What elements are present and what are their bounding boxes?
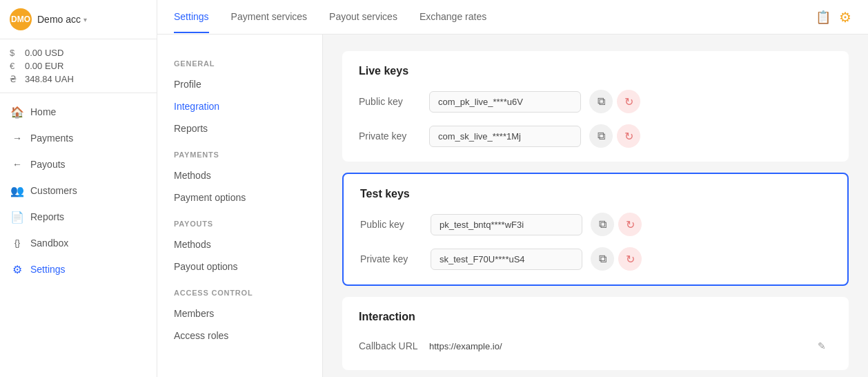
sidebar-payouts-label: Payouts	[30, 159, 66, 170]
callback-url-row: Callback URL https://example.io/ ✎	[359, 336, 832, 356]
settings-nav-profile[interactable]: Profile	[157, 73, 322, 95]
sidebar-item-home[interactable]: 🏠 Home	[0, 99, 157, 125]
sidebar-reports-label: Reports	[30, 211, 64, 222]
interaction-title: Interaction	[359, 311, 832, 323]
live-private-key-input[interactable]	[429, 126, 581, 147]
sidebar-customers-label: Customers	[30, 185, 77, 196]
tab-settings[interactable]: Settings	[174, 1, 209, 33]
settings-nav-access-roles[interactable]: Access roles	[157, 325, 322, 347]
usd-value: 0.00 USD	[25, 48, 63, 58]
sidebar-item-payments[interactable]: → Payments	[0, 125, 157, 151]
top-navigation: Settings Payment services Payout service…	[157, 0, 868, 35]
test-private-key-actions: ⧉ ↻	[591, 247, 642, 271]
payments-icon: →	[11, 132, 23, 144]
test-private-key-input[interactable]	[431, 249, 582, 270]
test-keys-section: Test keys Public key ⧉ ↻ Private key ⧉ ↻	[342, 173, 849, 286]
settings-nav-reports[interactable]: Reports	[157, 117, 322, 139]
sidebar-item-customers[interactable]: 👥 Customers	[0, 177, 157, 204]
sidebar-item-sandbox[interactable]: {} Sandbox	[0, 230, 157, 256]
balance-eur: € 0.00 EUR	[10, 59, 147, 72]
account-switcher[interactable]: Demo acc ▾	[37, 14, 87, 25]
sandbox-icon: {}	[11, 237, 23, 249]
balances-section: $ 0.00 USD € 0.00 EUR ₴ 348.84 UAH	[0, 39, 157, 93]
sidebar-item-payouts[interactable]: ← Payouts	[0, 151, 157, 177]
reports-icon: 📄	[11, 211, 23, 223]
eur-symbol: €	[10, 61, 19, 71]
content-area: GENERAL Profile Integration Reports PAYM…	[157, 35, 868, 377]
live-private-key-copy-button[interactable]: ⧉	[589, 124, 613, 148]
callback-url-edit-button[interactable]: ✎	[811, 336, 832, 356]
tab-exchange-rates[interactable]: Exchange rates	[420, 1, 486, 33]
tab-payment-services[interactable]: Payment services	[231, 1, 307, 33]
section-title-access-control: ACCESS CONTROL	[157, 278, 322, 302]
test-keys-title: Test keys	[360, 188, 831, 200]
account-chevron-icon: ▾	[83, 16, 87, 23]
uah-value: 348.84 UAH	[25, 74, 74, 84]
account-name: Demo acc	[37, 14, 81, 25]
live-keys-section: Live keys Public key ⧉ ↻ Private key ⧉ ↻	[342, 51, 849, 162]
live-private-key-label: Private key	[359, 130, 421, 142]
interaction-section: Interaction Callback URL https://example…	[342, 297, 849, 370]
test-private-key-label: Private key	[360, 253, 422, 264]
usd-symbol: $	[10, 48, 19, 58]
document-icon[interactable]: 📋	[816, 10, 831, 25]
settings-content: Live keys Public key ⧉ ↻ Private key ⧉ ↻	[323, 35, 868, 377]
settings-icon: ⚙	[11, 263, 23, 276]
uah-symbol: ₴	[10, 74, 19, 84]
settings-nav-payout-options[interactable]: Payout options	[157, 255, 322, 278]
live-keys-title: Live keys	[359, 65, 832, 77]
settings-nav-payment-methods[interactable]: Methods	[157, 164, 322, 186]
section-title-general: GENERAL	[157, 48, 322, 73]
settings-navigation: GENERAL Profile Integration Reports PAYM…	[157, 35, 323, 377]
settings-nav-members[interactable]: Members	[157, 302, 322, 325]
test-public-key-refresh-button[interactable]: ↻	[618, 213, 642, 236]
eur-value: 0.00 EUR	[25, 61, 63, 71]
sidebar-item-reports[interactable]: 📄 Reports	[0, 204, 157, 230]
live-private-key-actions: ⧉ ↻	[589, 124, 640, 148]
test-public-key-input[interactable]	[431, 214, 582, 235]
sidebar-sandbox-label: Sandbox	[30, 238, 68, 249]
sidebar-settings-label: Settings	[30, 264, 66, 275]
test-public-key-actions: ⧉ ↻	[591, 213, 642, 236]
balance-usd: $ 0.00 USD	[10, 46, 147, 59]
test-private-key-row: Private key ⧉ ↻	[360, 247, 831, 271]
sidebar: DMO Demo acc ▾ $ 0.00 USD € 0.00 EUR ₴ 3…	[0, 0, 157, 377]
section-title-payouts: PAYOUTS	[157, 209, 322, 233]
tab-payout-services[interactable]: Payout services	[329, 1, 397, 33]
sidebar-home-label: Home	[30, 106, 56, 117]
test-public-key-label: Public key	[360, 219, 422, 230]
customers-icon: 👥	[11, 184, 23, 197]
live-private-key-row: Private key ⧉ ↻	[359, 124, 832, 148]
sidebar-item-settings[interactable]: ⚙ Settings	[0, 256, 157, 282]
live-public-key-actions: ⧉ ↻	[589, 90, 640, 113]
sidebar-payments-label: Payments	[30, 133, 73, 144]
main-area: Settings Payment services Payout service…	[157, 0, 868, 377]
test-private-key-copy-button[interactable]: ⧉	[591, 247, 614, 271]
test-public-key-row: Public key ⧉ ↻	[360, 213, 831, 236]
globe-settings-icon[interactable]: ⚙	[839, 9, 851, 26]
live-public-key-label: Public key	[359, 96, 421, 107]
top-right-actions: 📋 ⚙	[816, 9, 851, 26]
settings-nav-payment-options[interactable]: Payment options	[157, 186, 322, 209]
live-public-key-input[interactable]	[429, 91, 581, 113]
live-public-key-copy-button[interactable]: ⧉	[589, 90, 613, 113]
callback-url-label: Callback URL	[359, 340, 421, 351]
section-title-payments: PAYMENTS	[157, 139, 322, 164]
settings-nav-payout-methods[interactable]: Methods	[157, 233, 322, 255]
sidebar-navigation: 🏠 Home → Payments ← Payouts 👥 Customers …	[0, 93, 157, 288]
home-icon: 🏠	[11, 106, 23, 118]
callback-url-value: https://example.io/	[429, 341, 803, 351]
sidebar-header: DMO Demo acc ▾	[0, 0, 157, 39]
live-public-key-refresh-button[interactable]: ↻	[617, 90, 640, 113]
test-public-key-copy-button[interactable]: ⧉	[591, 213, 614, 236]
settings-nav-integration[interactable]: Integration	[157, 95, 322, 117]
live-public-key-row: Public key ⧉ ↻	[359, 90, 832, 113]
balance-uah: ₴ 348.84 UAH	[10, 72, 147, 86]
sidebar-logo: DMO	[10, 8, 32, 30]
live-private-key-refresh-button[interactable]: ↻	[617, 124, 640, 148]
test-private-key-refresh-button[interactable]: ↻	[618, 247, 642, 271]
payouts-icon: ←	[11, 158, 23, 171]
